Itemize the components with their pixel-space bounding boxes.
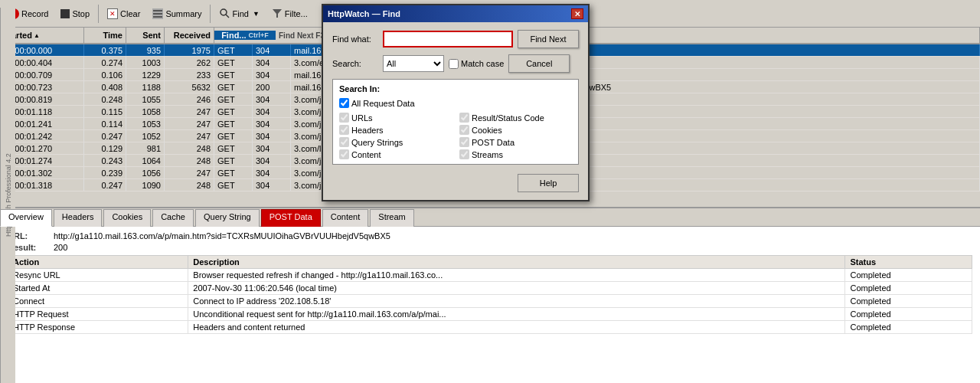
cookies-checkbox-label[interactable]: Cookies: [459, 125, 572, 135]
match-case-checkbox-label[interactable]: Match case: [449, 59, 504, 69]
all-request-data-label[interactable]: All Request Data: [339, 98, 572, 108]
urls-checkbox[interactable]: [339, 113, 349, 123]
find-what-label: Find what:: [332, 34, 378, 44]
match-case-checkbox[interactable]: [449, 59, 459, 69]
cancel-button[interactable]: Cancel: [508, 54, 570, 73]
content-checkbox[interactable]: [339, 149, 349, 159]
match-case-label: Match case: [461, 59, 504, 68]
post-data-checkbox-label[interactable]: POST Data: [459, 137, 572, 147]
search-in-title: Search In:: [339, 84, 572, 93]
dialog-overlay: HttpWatch — Find ✕ Find what: Find Next …: [0, 0, 980, 383]
all-request-data-checkbox[interactable]: [339, 98, 349, 108]
dialog-title: HttpWatch — Find: [328, 9, 400, 18]
post-data-checkbox[interactable]: [459, 137, 469, 147]
help-button[interactable]: Help: [518, 174, 579, 192]
dialog-titlebar: HttpWatch — Find ✕: [323, 5, 588, 22]
dialog-body: Find what: Find Next Search: All Match c…: [323, 22, 588, 200]
headers-checkbox[interactable]: [339, 125, 349, 135]
urls-checkbox-label[interactable]: URLs: [339, 113, 452, 123]
search-label: Search:: [332, 59, 378, 68]
all-request-data-row: All Request Data: [339, 98, 572, 108]
search-in-box: Search In: All Request Data URLs: [332, 79, 579, 165]
streams-checkbox-label[interactable]: Streams: [459, 149, 572, 159]
result-status-checkbox[interactable]: [459, 113, 469, 123]
cookies-checkbox[interactable]: [459, 125, 469, 135]
result-status-checkbox-label[interactable]: Result/Status Code: [459, 113, 572, 123]
find-what-row: Find what: Find Next: [332, 30, 579, 48]
find-dialog: HttpWatch — Find ✕ Find what: Find Next …: [322, 4, 590, 201]
find-what-input[interactable]: [383, 31, 513, 47]
find-next-button[interactable]: Find Next: [518, 30, 579, 48]
search-select[interactable]: All: [383, 55, 444, 72]
main-window: Record Stop ✕ Clear Summary Find ▼: [0, 0, 980, 383]
content-checkbox-label[interactable]: Content: [339, 149, 452, 159]
query-strings-checkbox[interactable]: [339, 137, 349, 147]
headers-checkbox-label[interactable]: Headers: [339, 125, 452, 135]
query-strings-checkbox-label[interactable]: Query Strings: [339, 137, 452, 147]
dialog-close-button[interactable]: ✕: [571, 8, 583, 19]
streams-checkbox[interactable]: [459, 149, 469, 159]
search-in-grid: URLs Result/Status Code Headers Coo: [339, 113, 572, 159]
help-row: Help: [332, 171, 579, 192]
search-row: Search: All Match case Cancel: [332, 54, 579, 73]
